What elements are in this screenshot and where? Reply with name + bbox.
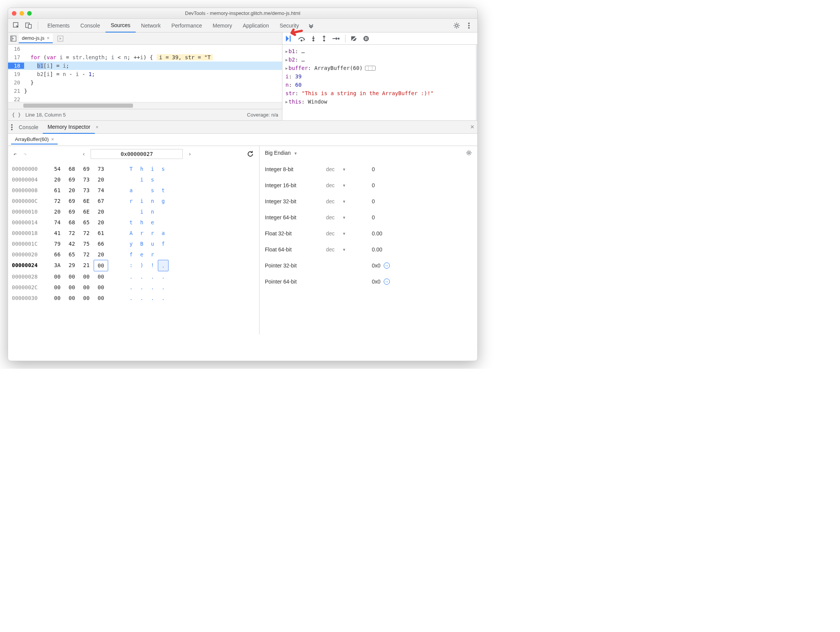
- jump-icon[interactable]: →: [384, 263, 390, 269]
- hex-byte[interactable]: 69: [65, 174, 79, 185]
- horizontal-scrollbar[interactable]: [8, 102, 282, 109]
- hex-byte[interactable]: 72: [79, 228, 94, 238]
- code-line[interactable]: 22: [8, 95, 282, 102]
- hex-char[interactable]: e: [147, 217, 158, 228]
- hex-row[interactable]: 0000001020696E20 in: [12, 206, 255, 217]
- navigator-icon[interactable]: [10, 36, 16, 42]
- redo-icon[interactable]: ↷: [22, 149, 28, 159]
- hex-char[interactable]: i: [136, 206, 147, 217]
- hex-char[interactable]: r: [126, 196, 136, 206]
- hex-byte[interactable]: 67: [94, 196, 108, 206]
- hex-row[interactable]: 0000000C72696E67ring: [12, 196, 255, 206]
- hex-byte[interactable]: 00: [94, 271, 108, 282]
- hex-byte[interactable]: 61: [50, 185, 65, 196]
- hex-char[interactable]: ): [136, 260, 147, 271]
- hex-row[interactable]: 0000001841727261Arra: [12, 228, 255, 238]
- hex-byte[interactable]: 69: [65, 196, 79, 206]
- scope-variable[interactable]: ▶b1: …: [285, 47, 473, 55]
- hex-char[interactable]: A: [126, 228, 136, 238]
- hex-byte[interactable]: 3A: [50, 260, 65, 271]
- hex-byte[interactable]: 79: [50, 238, 65, 249]
- hex-byte[interactable]: 41: [50, 228, 65, 238]
- hex-row[interactable]: 000000243A292100:)!.: [12, 260, 255, 271]
- jump-icon[interactable]: →: [384, 279, 390, 285]
- drawer-kebab-icon[interactable]: [11, 124, 13, 130]
- hex-byte[interactable]: 74: [94, 185, 108, 196]
- hex-byte[interactable]: 66: [50, 249, 65, 260]
- buffer-tab[interactable]: ArrayBuffer(60) ×: [11, 135, 58, 144]
- format-select[interactable]: dec: [326, 166, 335, 172]
- hex-byte[interactable]: 65: [79, 217, 94, 228]
- hex-char[interactable]: .: [126, 282, 136, 293]
- hex-char[interactable]: [158, 174, 169, 185]
- hex-byte[interactable]: 00: [94, 282, 108, 293]
- pretty-print-icon[interactable]: { }: [12, 112, 21, 118]
- hex-char[interactable]: .: [136, 282, 147, 293]
- hex-char[interactable]: T: [126, 164, 136, 174]
- tab-network[interactable]: Network: [136, 19, 166, 32]
- next-page-icon[interactable]: ›: [186, 149, 193, 159]
- scope-variable[interactable]: ▶this: Window: [285, 97, 473, 106]
- code-line[interactable]: 20 }: [8, 78, 282, 87]
- hex-char[interactable]: h: [136, 217, 147, 228]
- hex-char[interactable]: !: [147, 260, 158, 271]
- hex-char[interactable]: .: [126, 293, 136, 303]
- hex-char[interactable]: s: [147, 185, 158, 196]
- reveal-memory-icon[interactable]: ⋮⋮: [365, 66, 376, 71]
- inspect-icon[interactable]: [11, 20, 22, 31]
- scope-panel[interactable]: ▶b1: …▶b2: …▶buffer: ArrayBuffer(60)⋮⋮ i…: [282, 45, 477, 120]
- tab-security[interactable]: Security: [274, 19, 305, 32]
- hex-byte[interactable]: 00: [65, 271, 79, 282]
- hex-char[interactable]: [126, 174, 136, 185]
- hex-char[interactable]: .: [136, 293, 147, 303]
- hex-char[interactable]: n: [147, 196, 158, 206]
- format-select[interactable]: dec: [326, 246, 335, 253]
- hex-char[interactable]: s: [147, 174, 158, 185]
- hex-char[interactable]: y: [126, 238, 136, 249]
- hex-char[interactable]: u: [147, 238, 158, 249]
- hex-char[interactable]: e: [136, 249, 147, 260]
- kebab-icon[interactable]: [464, 20, 474, 31]
- code-line[interactable]: 19 b2[i] = n - i - 1;: [8, 70, 282, 78]
- hex-byte[interactable]: 68: [65, 217, 79, 228]
- step-into-icon[interactable]: [311, 36, 316, 42]
- hex-char[interactable]: s: [158, 164, 169, 174]
- format-select[interactable]: dec: [326, 230, 335, 237]
- code-line[interactable]: 18 b1[i] = i;: [8, 62, 282, 70]
- hex-row[interactable]: 0000002800000000....: [12, 271, 255, 282]
- code-line[interactable]: 17 for (var i = str.length; i < n; ++i) …: [8, 53, 282, 62]
- hex-char[interactable]: [158, 206, 169, 217]
- hex-byte[interactable]: 21: [79, 260, 94, 271]
- hex-char[interactable]: .: [126, 271, 136, 282]
- hex-char[interactable]: i: [136, 174, 147, 185]
- hex-byte[interactable]: 00: [94, 293, 108, 303]
- refresh-icon[interactable]: [245, 149, 255, 159]
- hex-row[interactable]: 0000001474686520the: [12, 217, 255, 228]
- hex-char[interactable]: t: [126, 217, 136, 228]
- hex-byte[interactable]: 72: [79, 249, 94, 260]
- endian-select[interactable]: Big Endian ▼: [265, 150, 297, 156]
- hex-byte[interactable]: 00: [65, 293, 79, 303]
- hex-row[interactable]: 0000002066657220fer: [12, 249, 255, 260]
- scope-variable[interactable]: n: 60: [285, 81, 473, 89]
- hex-byte[interactable]: 20: [50, 174, 65, 185]
- hex-char[interactable]: r: [136, 228, 147, 238]
- hex-char[interactable]: .: [158, 293, 169, 303]
- scope-variable[interactable]: ▶buffer: ArrayBuffer(60)⋮⋮: [285, 64, 473, 72]
- hex-byte[interactable]: 73: [94, 164, 108, 174]
- hex-char[interactable]: .: [158, 271, 169, 282]
- hex-row[interactable]: 0000000861207374a st: [12, 185, 255, 196]
- hex-byte[interactable]: 69: [79, 164, 94, 174]
- hex-byte[interactable]: 74: [50, 217, 65, 228]
- scope-variable[interactable]: ▶b2: …: [285, 55, 473, 64]
- hex-char[interactable]: h: [136, 164, 147, 174]
- step-icon[interactable]: [332, 36, 340, 41]
- hex-byte[interactable]: 20: [65, 185, 79, 196]
- close-icon[interactable]: ×: [96, 125, 98, 130]
- hex-char[interactable]: t: [158, 185, 169, 196]
- hex-byte[interactable]: 00: [65, 282, 79, 293]
- hex-char[interactable]: a: [158, 228, 169, 238]
- hex-row[interactable]: 0000000420697320 is: [12, 174, 255, 185]
- resume-icon[interactable]: [285, 36, 292, 42]
- scope-variable[interactable]: str: "This is a string in the ArrayBuffe…: [285, 89, 473, 97]
